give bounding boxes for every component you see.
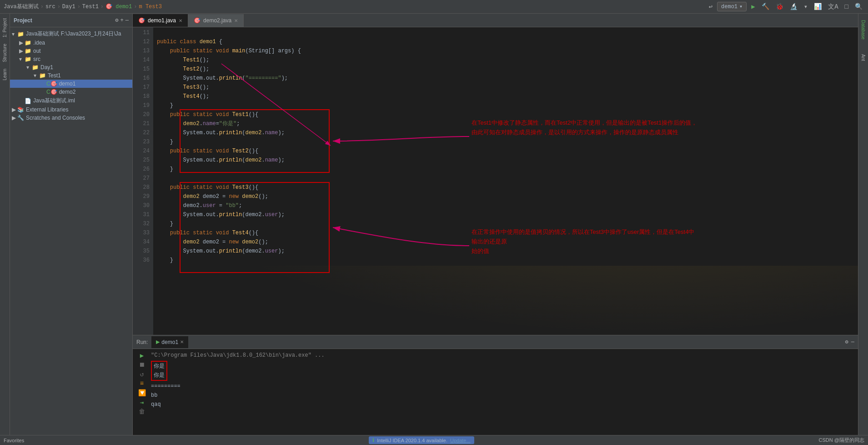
profiler-icon[interactable]: 📊 bbox=[812, 2, 823, 11]
tree-item-label: src bbox=[33, 56, 40, 62]
editor-tabs: 🎯 demo1.java ✕ 🎯 demo2.java ✕ bbox=[133, 14, 858, 27]
tree-item-label: Day1 bbox=[40, 64, 53, 71]
tree-item-label: .idea bbox=[33, 40, 45, 46]
tree-item-demo2[interactable]: C🎯 demo2 bbox=[10, 88, 132, 96]
tab-label: demo2.java bbox=[203, 17, 231, 24]
breadcrumb: Java基础测试 › src › Day1 › Test1 › 🎯 demo1 … bbox=[4, 3, 162, 10]
console-tab-demo1[interactable]: ▶ demo1 ✕ bbox=[151, 336, 188, 348]
console-header-right: ⚙ — bbox=[845, 339, 854, 345]
run-label: Run: bbox=[136, 339, 148, 345]
console-header: Run: ▶ demo1 ✕ ⚙ — bbox=[133, 335, 858, 349]
sidebar-header: Project ⚙ + — bbox=[10, 14, 132, 27]
breadcrumb-item[interactable]: src bbox=[45, 4, 55, 10]
project-sidebar: Project ⚙ + — ▾ 📁 Java基础测试 F:\Java2023_1… bbox=[10, 14, 133, 435]
line-numbers: 11 12 13 14 15 16 17 18 19 20 21 22 23 2… bbox=[133, 27, 153, 335]
sidebar-settings-icon[interactable]: ⚙ bbox=[115, 17, 118, 24]
console-line-3: ========= bbox=[151, 382, 854, 391]
structure-tab[interactable]: Structure bbox=[1, 41, 8, 65]
tree-item-label: Scratches and Consoles bbox=[26, 115, 85, 121]
tree-item-label: Java基础测试.iml bbox=[33, 97, 75, 105]
console-close-icon[interactable]: — bbox=[851, 339, 854, 345]
debug-button[interactable]: 🐞 bbox=[774, 2, 785, 11]
breadcrumb-item[interactable]: m Test3 bbox=[139, 4, 161, 10]
console-toolbar: ▶ ⏹ ↺ ≡ 🔽 ⇥ 🗑 bbox=[136, 351, 147, 433]
left-tabs: 1: Project Structure Learn bbox=[0, 14, 10, 435]
run-config-name: demo1 bbox=[721, 4, 738, 10]
tab-label: demo1.java bbox=[148, 17, 176, 24]
console-command-line: "C:\Program Files\Java\jdk1.8.0_162\bin\… bbox=[151, 351, 854, 360]
console-settings-icon[interactable]: ⚙ bbox=[845, 339, 848, 345]
tree-item-root[interactable]: ▾ 📁 Java基础测试 F:\Java2023_1月24日\Ja bbox=[10, 29, 132, 39]
sidebar-title: Project bbox=[14, 17, 32, 24]
search-icon[interactable]: 🔍 bbox=[853, 2, 864, 11]
tree-item-src[interactable]: ▾ 📁 src bbox=[10, 55, 132, 63]
tree-item-idea[interactable]: ▶ 📁 .idea bbox=[10, 39, 132, 47]
tab-demo1[interactable]: 🎯 demo1.java ✕ bbox=[133, 14, 188, 27]
update-link[interactable]: Update... bbox=[450, 438, 471, 443]
database-tab[interactable]: Database bbox=[860, 17, 867, 42]
tree-item-day1[interactable]: ▾ 📁 Day1 bbox=[10, 63, 132, 71]
console-output-highlighted: 你是 你是 bbox=[151, 361, 167, 381]
sidebar-add-icon[interactable]: + bbox=[120, 17, 124, 24]
clear-icon[interactable]: 🗑 bbox=[139, 408, 145, 415]
ant-tab[interactable]: Ant bbox=[860, 51, 867, 64]
toolbar: ↩ demo1 ▾ ▶ 🔨 🐞 🔬 ▾ 📊 文A □ 🔍 bbox=[707, 2, 864, 12]
tree-item-iml[interactable]: 📄 Java基础测试.iml bbox=[10, 96, 132, 106]
notification-text: IntelliJ IDEA 2020.1.4 available. bbox=[377, 438, 447, 443]
tree-item-label: External Libraries bbox=[26, 106, 68, 113]
status-notification[interactable]: ℹ IntelliJ IDEA 2020.1.4 available. Upda… bbox=[369, 436, 474, 444]
tree-item-extlib[interactable]: ▶ 📚 External Libraries bbox=[10, 106, 132, 114]
code-content-wrapper: public class demo1 { public static void … bbox=[153, 27, 858, 335]
editor-area: 🎯 demo1.java ✕ 🎯 demo2.java ✕ 11 12 13 1… bbox=[133, 14, 858, 435]
tree-item-label: demo2 bbox=[59, 89, 76, 95]
project-tab[interactable]: 1: Project bbox=[1, 15, 8, 40]
tree-item-test1[interactable]: ▾ 📁 Test1 bbox=[10, 71, 132, 80]
tab-demo2[interactable]: 🎯 demo2.java ✕ bbox=[188, 14, 244, 27]
favorites-tab[interactable]: Favorites bbox=[4, 438, 24, 443]
project-tree: ▾ 📁 Java基础测试 F:\Java2023_1月24日\Ja ▶ 📁 .i… bbox=[10, 27, 132, 435]
sidebar-actions: ⚙ + — bbox=[115, 17, 129, 24]
tab-close-demo2[interactable]: ✕ bbox=[234, 18, 238, 23]
breadcrumb-item[interactable]: Test1 bbox=[82, 4, 99, 10]
console-area: Run: ▶ demo1 ✕ ⚙ — ▶ ⏹ ↺ ≡ 🔽 ⇥ bbox=[133, 335, 858, 435]
tree-item-label: out bbox=[33, 48, 41, 54]
breadcrumb-item[interactable]: Java基础测试 bbox=[4, 3, 39, 10]
console-body: ▶ ⏹ ↺ ≡ 🔽 ⇥ 🗑 "C:\Program Files\Java\jdk… bbox=[133, 349, 858, 435]
tree-item-demo1[interactable]: C🎯 demo1 bbox=[10, 80, 132, 88]
console-line-1: 你是 bbox=[152, 362, 166, 371]
wrap-icon[interactable]: ⇥ bbox=[140, 399, 144, 406]
learn-tab[interactable]: Learn bbox=[1, 66, 8, 83]
breadcrumb-item[interactable]: 🎯 demo1 bbox=[105, 3, 132, 10]
main-area: 1: Project Structure Learn Project ⚙ + —… bbox=[0, 14, 868, 435]
tree-item-label: Java基础测试 F:\Java2023_1月24日\Ja bbox=[26, 30, 121, 38]
back-icon[interactable]: ↩ bbox=[707, 2, 714, 11]
info-icon: ℹ bbox=[372, 437, 374, 443]
more-run-icon[interactable]: ▾ bbox=[802, 2, 809, 11]
scroll-icon[interactable]: ≡ bbox=[140, 380, 144, 387]
console-line-5: qaq bbox=[151, 400, 854, 409]
build-button[interactable]: 🔨 bbox=[760, 2, 771, 11]
top-bar: Java基础测试 › src › Day1 › Test1 › 🎯 demo1 … bbox=[0, 0, 868, 14]
console-output: "C:\Program Files\Java\jdk1.8.0_162\bin\… bbox=[151, 351, 854, 433]
code-editor: 11 12 13 14 15 16 17 18 19 20 21 22 23 2… bbox=[133, 27, 858, 335]
tab-close-demo1[interactable]: ✕ bbox=[179, 18, 182, 23]
tree-item-out[interactable]: ▶ 📁 out bbox=[10, 47, 132, 55]
tree-item-scratches[interactable]: ▶ 🔧 Scratches and Consoles bbox=[10, 114, 132, 122]
dropdown-icon: ▾ bbox=[739, 3, 743, 10]
tree-item-label: demo1 bbox=[59, 81, 76, 87]
rerun-icon[interactable]: ↺ bbox=[140, 370, 144, 378]
console-tab-close[interactable]: ✕ bbox=[180, 339, 184, 344]
run-config-selector[interactable]: demo1 ▾ bbox=[717, 2, 747, 11]
coverage-button[interactable]: 🔬 bbox=[788, 2, 799, 11]
sidebar-collapse-icon[interactable]: — bbox=[125, 17, 129, 24]
code-content[interactable]: public class demo1 { public static void … bbox=[153, 27, 858, 266]
filter-icon[interactable]: 🔽 bbox=[138, 389, 146, 397]
translate-icon[interactable]: 文A bbox=[826, 2, 840, 12]
expand-icon[interactable]: □ bbox=[843, 2, 850, 11]
run-again-icon[interactable]: ▶ bbox=[140, 352, 144, 359]
run-button[interactable]: ▶ bbox=[749, 2, 757, 11]
console-tab-label: demo1 bbox=[161, 339, 178, 345]
console-line-4: bb bbox=[151, 391, 854, 400]
breadcrumb-item[interactable]: Day1 bbox=[62, 4, 75, 10]
stop-icon[interactable]: ⏹ bbox=[139, 361, 145, 369]
